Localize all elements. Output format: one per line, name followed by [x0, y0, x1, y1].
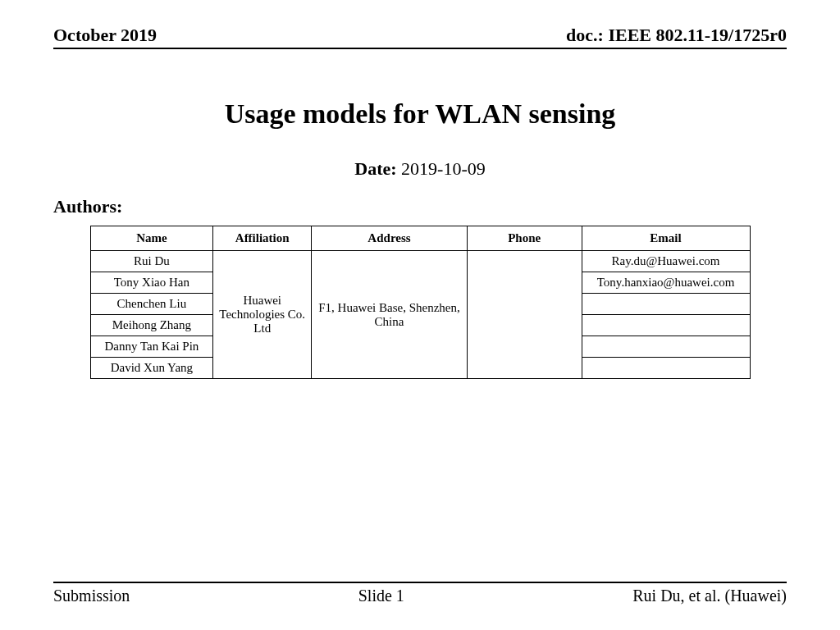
- cell-email: Ray.du@Huawei.com: [582, 251, 750, 272]
- authors-table: Name Affiliation Address Phone Email Rui…: [90, 226, 751, 379]
- cell-name: Chenchen Liu: [90, 294, 213, 315]
- page-header: October 2019 doc.: IEEE 802.11-19/1725r0: [53, 25, 787, 49]
- footer-right: Rui Du, et al. (Huawei): [632, 587, 787, 605]
- page-title: Usage models for WLAN sensing: [53, 98, 787, 130]
- cell-phone: [467, 251, 582, 379]
- header-date: October 2019: [53, 25, 157, 46]
- cell-name: Tony Xiao Han: [90, 272, 213, 294]
- date-label: Date:: [354, 158, 396, 179]
- cell-email: Tony.hanxiao@huawei.com: [582, 272, 750, 294]
- footer-left: Submission: [53, 587, 130, 605]
- page-footer: Submission Slide 1 Rui Du, et al. (Huawe…: [53, 582, 787, 605]
- cell-name: David Xun Yang: [90, 358, 213, 379]
- date-line: Date: 2019-10-09: [53, 158, 787, 180]
- th-phone: Phone: [467, 226, 582, 251]
- cell-name: Rui Du: [90, 251, 213, 272]
- th-affiliation: Affiliation: [213, 226, 312, 251]
- authors-label: Authors:: [53, 196, 787, 217]
- cell-affiliation: Huawei Technologies Co. Ltd: [213, 251, 312, 379]
- cell-email: [582, 358, 750, 379]
- cell-name: Danny Tan Kai Pin: [90, 336, 213, 358]
- cell-address: F1, Huawei Base, Shenzhen, China: [312, 251, 468, 379]
- th-name: Name: [90, 226, 213, 251]
- date-value: 2019-10-09: [401, 158, 486, 179]
- cell-email: [582, 294, 750, 315]
- cell-name: Meihong Zhang: [90, 315, 213, 336]
- cell-email: [582, 315, 750, 336]
- cell-email: [582, 336, 750, 358]
- th-address: Address: [312, 226, 468, 251]
- header-doc-id: doc.: IEEE 802.11-19/1725r0: [566, 25, 787, 46]
- table-row: Rui Du Huawei Technologies Co. Ltd F1, H…: [90, 251, 750, 272]
- th-email: Email: [582, 226, 750, 251]
- table-header-row: Name Affiliation Address Phone Email: [90, 226, 750, 251]
- footer-center: Slide 1: [358, 587, 404, 605]
